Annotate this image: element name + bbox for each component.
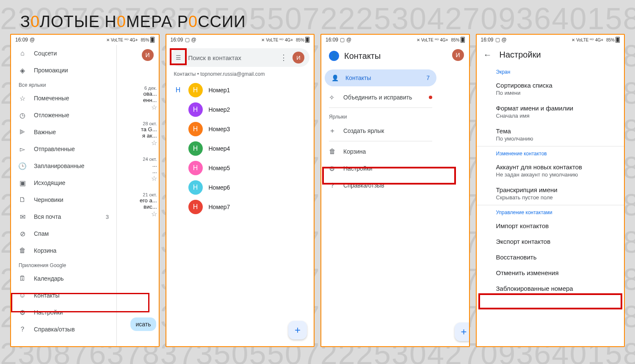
settings-item[interactable]: ТемаПо умолчанию bbox=[477, 123, 624, 146]
contact-row[interactable]: Н Номер7 bbox=[166, 197, 314, 217]
drawer-item[interactable]: ▣Исходящие bbox=[11, 174, 116, 191]
star-icon[interactable]: ☆ bbox=[116, 174, 157, 182]
avatar[interactable]: И bbox=[452, 49, 464, 61]
mail-date: 24 окт. bbox=[116, 157, 157, 162]
drawer-item[interactable]: 🗓Календарь bbox=[11, 270, 116, 287]
drawer-items-top: ⌂Соцсети◈Промоакции bbox=[11, 45, 116, 79]
status-bar: 16:09 ▢ @ ✕ VoLTE ᴴᴰ 4G+ 85% bbox=[321, 35, 469, 45]
settings-item-subtitle: По умолчанию bbox=[496, 135, 605, 142]
drawer-contacts-pill[interactable]: 👤 Контакты 7 bbox=[325, 69, 436, 86]
settings-item-subtitle: Скрывать пустое поле bbox=[496, 194, 605, 201]
drawer-item-icon: 🕒 bbox=[19, 162, 26, 170]
drawer-item[interactable]: 🕒Запланированные bbox=[11, 157, 116, 174]
settings-section-manage: Управление контактами bbox=[477, 205, 624, 218]
contact-name: Номер1 bbox=[209, 87, 230, 94]
account-line: Контакты • topnomer.russia@gmail.com bbox=[166, 70, 314, 80]
contact-name: Номер7 bbox=[209, 204, 230, 210]
settings-item-title: Тема bbox=[496, 127, 605, 135]
contacts-behind-panel: И + bbox=[440, 45, 469, 347]
settings-item[interactable]: Восстановить bbox=[477, 249, 624, 265]
drawer-item[interactable]: ▻Отправленные bbox=[11, 141, 116, 157]
settings-section-screen: Экран bbox=[477, 65, 624, 77]
settings-item-title: Сортировка списка bbox=[496, 82, 605, 89]
pill-count: 7 bbox=[426, 74, 430, 81]
search-bar[interactable]: ☰ Поиск в контактах ⋮ И bbox=[171, 48, 310, 67]
drawer-item[interactable]: ◈Промоакции bbox=[11, 62, 116, 79]
settings-item-title: Отменить изменения bbox=[496, 269, 605, 276]
settings-item[interactable]: Импорт контактов bbox=[477, 218, 624, 234]
drawer-items-mid: ☆Помеченные◷Отложенные⫸Важные▻Отправленн… bbox=[11, 90, 116, 259]
settings-item[interactable]: Сортировка спискаПо имени bbox=[477, 77, 624, 100]
drawer-item[interactable]: 🗑Корзина bbox=[11, 242, 116, 259]
drawer-item-badge: 3 bbox=[106, 214, 109, 220]
star-icon[interactable]: ☆ bbox=[116, 103, 157, 111]
drawer-item-label: Спам bbox=[34, 230, 49, 237]
drawer-item[interactable]: ⊘Спам bbox=[11, 225, 116, 242]
more-icon[interactable]: ⋮ bbox=[280, 53, 287, 62]
screen-contacts-list: 16:09 ▢ @ ✕ VoLTE ᴴᴰ 4G+ 85% ☰ Поиск в к… bbox=[166, 34, 315, 347]
drawer-item[interactable]: ⌂Соцсети bbox=[11, 45, 116, 62]
contact-avatar: Н bbox=[188, 122, 203, 136]
drawer-item[interactable]: ✉Вся почта3 bbox=[11, 208, 116, 225]
drawer-merge-fix[interactable]: ✧ Объединить и исправить bbox=[321, 89, 440, 106]
drawer-item[interactable]: ？Справка/отзыв bbox=[11, 321, 116, 338]
drawer-trash[interactable]: 🗑 Корзина bbox=[321, 143, 440, 160]
drawer-item[interactable]: 🗋Черновики bbox=[11, 191, 116, 208]
contact-row[interactable]: Н Номер2 bbox=[166, 100, 314, 119]
trash-label: Корзина bbox=[343, 148, 366, 155]
screen-gmail-drawer: 16:09 @ ✕ VoLTE ᴴᴰ 4G+ 85% И 6 дек. ова.… bbox=[10, 34, 160, 347]
drawer-item-icon: ⊘ bbox=[19, 230, 26, 237]
battery-icon bbox=[305, 37, 309, 43]
fab-add[interactable]: + bbox=[455, 323, 470, 341]
drawer-item[interactable]: ◷Отложенные bbox=[11, 107, 116, 124]
settings-item[interactable]: Экспорт контактов bbox=[477, 234, 624, 249]
contact-name: Номер6 bbox=[209, 184, 230, 191]
settings-item[interactable]: Аккаунт для новых контактовНе задан акка… bbox=[477, 159, 624, 182]
contact-avatar: Н bbox=[188, 141, 203, 156]
star-icon[interactable]: ☆ bbox=[116, 139, 157, 147]
drawer-item-icon: ☆ bbox=[19, 94, 26, 102]
avatar[interactable]: И bbox=[142, 49, 154, 61]
drawer-item-label: Вся почта bbox=[34, 213, 61, 220]
contact-row[interactable]: Н Номер5 bbox=[166, 158, 314, 178]
drawer-item-label: Справка/отзыв bbox=[34, 326, 75, 333]
drawer-item[interactable]: ⫸Важные bbox=[11, 124, 116, 141]
settings-item-title: Заблокированные номера bbox=[496, 285, 605, 292]
mail-date: 28 окт. bbox=[116, 121, 157, 126]
brand-logo: З0ЛОТЫЕ Н0МЕРА Р0ССИИ bbox=[20, 13, 246, 31]
drawer-item[interactable]: ☆Помеченные bbox=[11, 90, 116, 107]
drawer-item-icon: ✉ bbox=[19, 213, 26, 221]
contact-avatar: Н bbox=[188, 200, 203, 214]
settings-item[interactable]: Отменить изменения bbox=[477, 265, 624, 281]
section-letter: Н bbox=[174, 86, 182, 94]
contacts-drawer: 👤 Контакты 👤 Контакты 7 ✧ Объединить и и… bbox=[321, 45, 440, 347]
create-label-text: Создать ярлык bbox=[343, 127, 384, 134]
drawer-item-icon: ⌂ bbox=[19, 50, 26, 57]
status-bar: 16:09 @ ✕ VoLTE ᴴᴰ 4G+ 85% bbox=[11, 35, 159, 45]
settings-item[interactable]: Формат имени и фамилииСначала имя bbox=[477, 100, 624, 123]
contact-row[interactable]: Н Н Номер1 bbox=[166, 80, 314, 100]
drawer-create-label[interactable]: ＋ Создать ярлык bbox=[321, 122, 440, 139]
wand-icon: ✧ bbox=[329, 94, 337, 102]
settings-item[interactable]: Транскрипция имениСкрывать пустое поле bbox=[477, 182, 624, 205]
contact-row[interactable]: Н Номер6 bbox=[166, 178, 314, 197]
avatar[interactable]: И bbox=[293, 52, 304, 63]
drawer-item-label: Календарь bbox=[34, 275, 64, 282]
plus-icon: ＋ bbox=[329, 127, 337, 135]
drawer-item-label: Отправленные bbox=[34, 146, 75, 152]
star-icon[interactable]: ☆ bbox=[116, 210, 157, 218]
compose-button[interactable]: исать bbox=[130, 317, 156, 331]
status-bar: 16:09 ▢ @ ✕ VoLTE ᴴᴰ 4G+ 85% bbox=[477, 35, 624, 45]
contact-name: Номер3 bbox=[209, 126, 230, 132]
contact-row[interactable]: Н Номер4 bbox=[166, 139, 314, 158]
drawer-item-icon: ◷ bbox=[19, 111, 26, 119]
back-icon[interactable]: ← bbox=[483, 50, 492, 60]
contact-avatar: Н bbox=[188, 161, 203, 175]
mail-date: 21 окт. bbox=[116, 192, 157, 197]
drawer-item-icon: ◈ bbox=[19, 66, 26, 74]
merge-label: Объединить и исправить bbox=[343, 94, 412, 101]
fab-add[interactable]: + bbox=[288, 321, 307, 339]
drawer-item-icon: ⫸ bbox=[19, 128, 26, 136]
contact-row[interactable]: Н Номер3 bbox=[166, 119, 314, 139]
drawer-section-labels: Ярлыки bbox=[321, 110, 440, 122]
